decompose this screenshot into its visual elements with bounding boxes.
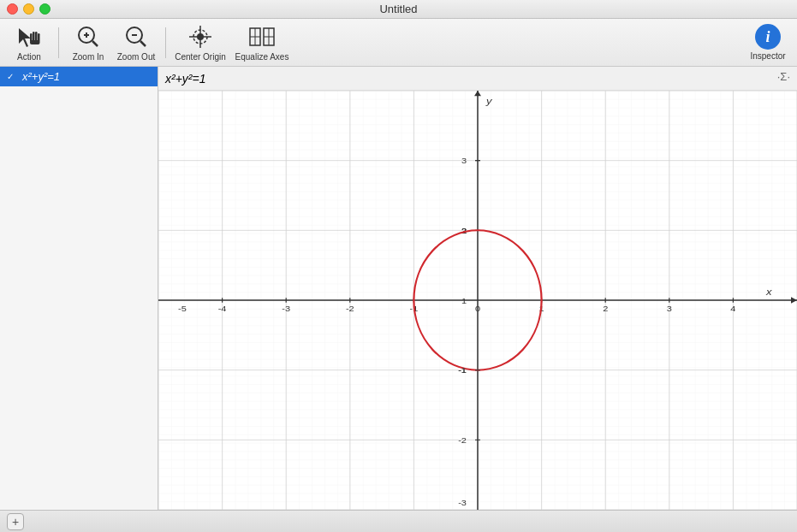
svg-rect-5 [30,40,40,44]
sidebar-equation-label: x²+y²=1 [22,70,60,83]
traffic-lights [7,3,51,15]
svg-text:0: 0 [475,303,480,312]
toolbar-group-left: Action Zoom In [7,22,293,63]
close-button[interactable] [7,3,18,15]
sidebar: ✓ x²+y²=1 [0,67,158,510]
svg-text:4: 4 [730,303,735,312]
sidebar-item-eq1[interactable]: ✓ x²+y²=1 [0,67,158,86]
graph-area: x²+y²=1 ·Σ· [158,67,797,510]
svg-text:3: 3 [461,156,467,165]
zoom-out-label: Zoom Out [117,52,155,62]
zoom-in-label: Zoom In [73,52,104,62]
action-label: Action [17,52,41,62]
svg-text:2: 2 [461,225,467,234]
svg-line-9 [92,41,98,46]
svg-text:1: 1 [461,295,467,304]
svg-text:3: 3 [667,303,672,312]
graph-svg: -4 -3 -2 -1 0 1 2 3 4 -5 3 2 2 -1 -2 -3 [158,91,797,510]
sigma-button[interactable]: ·Σ· [777,70,790,83]
center-origin-button[interactable]: Center Origin [173,22,228,63]
window-title: Untitled [379,3,417,15]
zoom-out-button[interactable]: Zoom Out [114,22,158,63]
graph-equation-display: x²+y²=1 [165,72,205,86]
action-icon [15,23,43,50]
toolbar: Action Zoom In [0,19,797,67]
equalize-axes-label: Equalize Axes [235,52,289,62]
inspector-icon: i [755,24,781,50]
svg-text:y: y [485,96,492,107]
svg-marker-0 [19,28,31,47]
svg-text:-3: -3 [282,303,290,312]
check-icon: ✓ [7,72,19,81]
zoom-in-button[interactable]: Zoom In [66,22,110,63]
add-icon: + [12,515,19,529]
equalize-axes-button[interactable]: Equalize Axes [231,22,293,63]
main-area: ✓ x²+y²=1 x²+y²=1 ·Σ· [0,67,797,510]
svg-text:-2: -2 [458,434,467,444]
svg-text:2: 2 [603,303,608,312]
separator-2 [165,27,166,58]
svg-text:-4: -4 [218,303,227,312]
svg-line-12 [140,41,146,46]
svg-text:-5: -5 [178,303,187,312]
minimize-button[interactable] [23,3,34,15]
title-bar: Untitled [0,0,797,19]
action-button[interactable]: Action [7,22,51,63]
graph-header: x²+y²=1 ·Σ· [158,67,797,91]
svg-text:-1: -1 [458,365,467,375]
svg-text:x: x [765,286,772,297]
bottom-bar: + [0,510,797,532]
zoom-out-icon [122,23,150,50]
center-origin-icon [187,23,214,50]
svg-text:-3: -3 [458,498,467,507]
add-equation-button[interactable]: + [7,513,24,530]
maximize-button[interactable] [39,3,51,15]
zoom-in-icon [74,23,102,50]
svg-text:-2: -2 [346,303,354,312]
inspector-label: Inspector [750,51,785,61]
separator-1 [58,27,59,58]
equalize-axes-icon [248,23,276,50]
inspector-button[interactable]: i Inspector [746,22,790,63]
grid-container: -4 -3 -2 -1 0 1 2 3 4 -5 3 2 2 -1 -2 -3 [158,91,797,510]
center-origin-label: Center Origin [175,52,225,62]
